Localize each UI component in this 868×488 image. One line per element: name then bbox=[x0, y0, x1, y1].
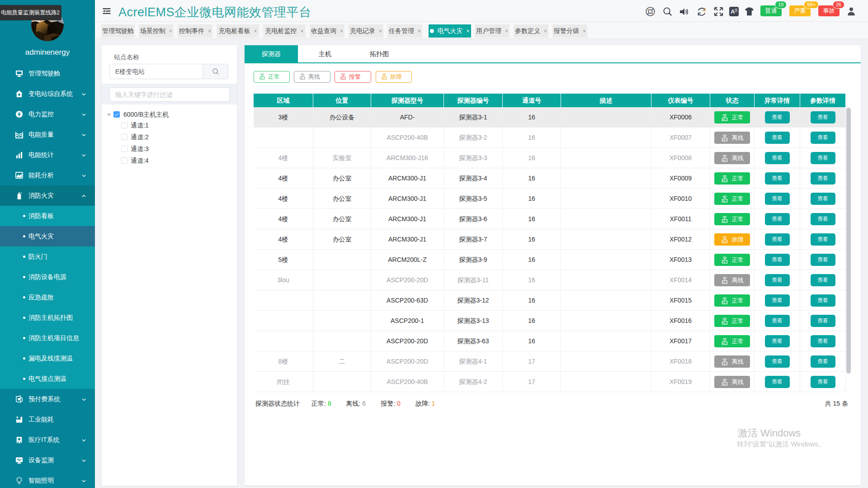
svg-text:文: 文 bbox=[734, 8, 738, 12]
